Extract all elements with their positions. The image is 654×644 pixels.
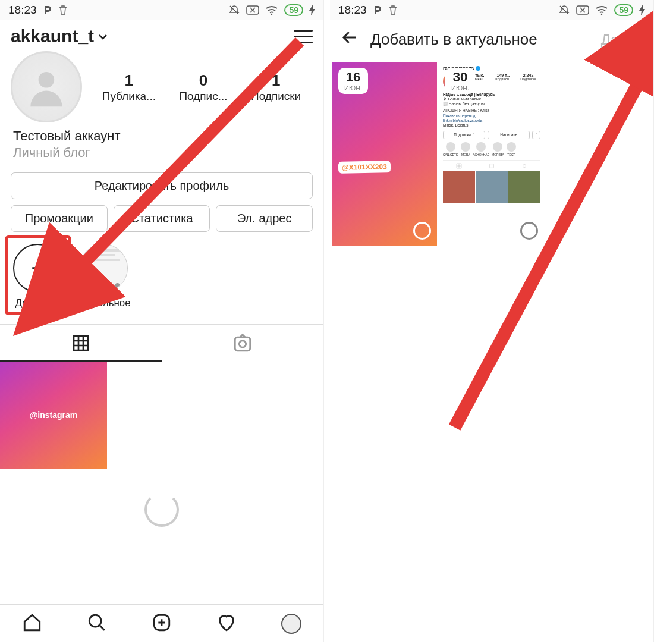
svg-point-5 — [89, 615, 101, 627]
svg-rect-10 — [490, 164, 494, 168]
date-badge: 30 ИЮН. — [445, 68, 475, 94]
wifi-icon — [265, 5, 278, 15]
highlight-actual[interactable]: Актуальное — [76, 244, 131, 309]
bio: Тестовый аккаунт Личный блог — [0, 122, 323, 172]
stats-row: 1 Публика... 0 Подпис... 1 Подписки — [0, 49, 323, 122]
highlights-row: + Добавить Актуальное — [0, 232, 323, 315]
charging-icon — [309, 5, 315, 15]
nav-profile[interactable] — [281, 614, 301, 634]
menu-button[interactable] — [294, 30, 313, 43]
phone-right: 18:23 59 Доба — [330, 0, 654, 642]
highlight-thumb — [79, 244, 128, 293]
profile-header: akkaunt_t — [0, 20, 323, 49]
nav-home[interactable] — [22, 612, 42, 635]
status-bar: 18:23 59 — [330, 0, 653, 20]
wifi-icon — [595, 5, 608, 15]
profile-tabs — [0, 324, 323, 362]
post-grid: @instagram — [0, 362, 323, 469]
cast-icon — [246, 5, 259, 15]
avatar[interactable] — [11, 51, 82, 122]
phone-left: 18:23 59 akkaunt_t — [0, 0, 324, 642]
date-badge: 16 ИЮН. — [338, 68, 368, 94]
story-thumb-2[interactable]: radiosvaboda ⋮ 11 тыс.Публикац... 149 т.… — [439, 62, 544, 246]
header-add-highlight: Добавить в актуальное Далее — [330, 20, 653, 59]
stories-grid: 16 ИЮН. @X101XX203 radiosvaboda ⋮ — [330, 59, 653, 248]
p-icon — [373, 5, 382, 15]
svg-point-11 — [523, 164, 526, 167]
more-icon: ⋮ — [536, 66, 540, 71]
story-mention: @X101XX203 — [338, 161, 391, 174]
header-title: Добавить в актуальное — [370, 30, 589, 49]
trash-icon — [388, 5, 398, 15]
nav-activity[interactable] — [216, 612, 237, 635]
battery-icon: 59 — [284, 4, 303, 16]
bio-category: Личный блог — [13, 145, 310, 161]
loading-spinner — [144, 492, 179, 527]
verified-icon — [476, 66, 480, 71]
edit-profile-button[interactable]: Редактировать профиль — [11, 172, 313, 199]
stat-followers[interactable]: 0 Подпис... — [179, 71, 227, 103]
statusbar-time: 18:23 — [8, 4, 37, 17]
username-dropdown[interactable]: akkaunt_t — [11, 26, 108, 46]
post-watermark: @instagram — [30, 410, 78, 420]
cast-icon — [576, 5, 589, 15]
tab-grid[interactable] — [0, 325, 162, 362]
nav-add[interactable] — [152, 612, 172, 635]
mute-icon — [558, 4, 570, 16]
stat-following[interactable]: 1 Подписки — [251, 71, 301, 103]
selection-ring — [413, 222, 431, 240]
next-button[interactable]: Далее — [601, 32, 643, 48]
svg-point-2 — [39, 72, 55, 88]
charging-icon — [639, 5, 645, 15]
battery-icon: 59 — [614, 4, 633, 16]
chevron-down-icon — [98, 26, 108, 46]
statusbar-time: 18:23 — [338, 4, 367, 17]
plus-icon: + — [13, 244, 62, 293]
stats-button[interactable]: Статистика — [114, 205, 210, 232]
promo-button[interactable]: Промоакции — [11, 205, 108, 232]
svg-point-4 — [239, 341, 246, 347]
svg-point-9 — [601, 14, 602, 15]
bottom-nav — [0, 604, 323, 642]
nav-search[interactable] — [87, 612, 107, 635]
highlight-add[interactable]: + Добавить — [13, 244, 62, 309]
svg-point-1 — [271, 14, 272, 15]
bio-name: Тестовый аккаунт — [13, 128, 310, 144]
trash-icon — [58, 5, 68, 15]
username-label: akkaunt_t — [11, 26, 94, 46]
email-button[interactable]: Эл. адрес — [216, 205, 313, 232]
tab-tagged[interactable] — [162, 325, 323, 362]
back-button[interactable] — [341, 29, 359, 51]
selection-ring — [520, 222, 538, 240]
mute-icon — [228, 4, 240, 16]
status-bar: 18:23 59 — [0, 0, 323, 20]
story-thumb-1[interactable]: 16 ИЮН. @X101XX203 — [332, 62, 437, 246]
post-thumb[interactable]: @instagram — [0, 362, 107, 469]
p-icon — [43, 5, 52, 15]
stat-posts[interactable]: 1 Публика... — [102, 71, 156, 103]
svg-rect-3 — [235, 337, 250, 351]
